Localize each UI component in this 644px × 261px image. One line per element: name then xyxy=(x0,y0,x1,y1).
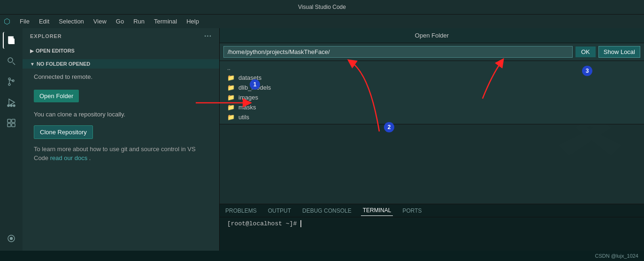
tab-output[interactable]: OUTPUT xyxy=(266,206,293,216)
tab-ports[interactable]: PORTS xyxy=(400,206,423,216)
svg-rect-15 xyxy=(12,123,15,127)
svg-rect-13 xyxy=(12,119,15,123)
content-area: Open Folder OK Show Local .. 📁 datasets … xyxy=(220,28,644,251)
open-folder-button[interactable]: Open Folder xyxy=(34,90,79,102)
file-item-utils[interactable]: 📁 utils xyxy=(223,112,640,122)
open-folder-dialog: Open Folder OK Show Local .. 📁 datasets … xyxy=(220,28,644,124)
folder-path-input[interactable] xyxy=(223,46,573,58)
menu-selection[interactable]: Selection xyxy=(55,16,87,27)
dialog-file-list: .. 📁 datasets 📁 dlib_models 📁 images 📁 m… xyxy=(220,61,644,124)
menu-bar: ⬡ File Edit Selection View Go Run Termin… xyxy=(0,14,644,28)
svg-point-11 xyxy=(13,105,15,107)
extensions-icon[interactable] xyxy=(3,115,20,131)
menu-file[interactable]: File xyxy=(16,16,33,27)
tab-problems[interactable]: PROBLEMS xyxy=(223,206,259,216)
svg-point-9 xyxy=(10,105,12,107)
dotdot-item[interactable]: .. xyxy=(223,63,640,73)
folder-icon: 📁 xyxy=(227,104,235,111)
folder-icon: 📁 xyxy=(227,94,235,101)
sidebar-header: EXPLORER ··· xyxy=(23,28,219,44)
read-docs-link[interactable]: read our docs xyxy=(50,154,88,161)
menu-run[interactable]: Run xyxy=(130,16,148,27)
menu-edit[interactable]: Edit xyxy=(35,16,53,27)
svg-point-4 xyxy=(8,84,10,85)
terminal-content[interactable]: [root@localhost ~]# xyxy=(220,217,644,251)
tab-terminal[interactable]: TERMINAL xyxy=(361,205,393,216)
status-text: CSDN @lujx_1024 xyxy=(595,253,639,259)
svg-point-1 xyxy=(8,58,13,62)
dialog-input-row: OK Show Local xyxy=(220,43,644,61)
svg-rect-12 xyxy=(8,119,11,123)
clone-repository-button[interactable]: Clone Repository xyxy=(34,125,93,139)
chevron-right-icon: ▶ xyxy=(30,48,34,54)
annotation-2: 2 xyxy=(384,122,394,132)
no-folder-section: ▼ NO FOLDER OPENED Connected to remote. … xyxy=(23,57,219,169)
svg-point-10 xyxy=(8,105,9,107)
activity-bar xyxy=(0,28,23,251)
svg-point-3 xyxy=(8,78,10,80)
files-icon[interactable] xyxy=(3,32,20,49)
ellipsis-menu[interactable]: ··· xyxy=(204,32,212,40)
connected-text: Connected to remote. xyxy=(23,69,219,86)
no-folder-title[interactable]: ▼ NO FOLDER OPENED xyxy=(23,59,219,69)
status-bar: CSDN @lujx_1024 xyxy=(0,251,644,261)
folder-icon: 📁 xyxy=(227,84,235,91)
menu-terminal[interactable]: Terminal xyxy=(150,16,181,27)
dialog-title-bar: Open Folder xyxy=(220,28,644,43)
search-icon[interactable] xyxy=(3,53,20,69)
open-editors-title[interactable]: ▶ OPEN EDITORS xyxy=(23,46,219,55)
panel-tabs: PROBLEMS OUTPUT DEBUG CONSOLE TERMINAL P… xyxy=(220,204,644,217)
chevron-down-icon: ▼ xyxy=(30,61,35,67)
run-debug-icon[interactable] xyxy=(3,94,20,111)
menu-help[interactable]: Help xyxy=(183,16,203,27)
vscode-logo-icon: ⬡ xyxy=(4,17,10,26)
learn-text: To learn more about how to use git and s… xyxy=(23,141,219,167)
app-title: Visual Studio Code xyxy=(298,4,346,10)
panel: PROBLEMS OUTPUT DEBUG CONSOLE TERMINAL P… xyxy=(220,204,644,251)
file-item-masks[interactable]: 📁 masks xyxy=(223,102,640,112)
show-local-button[interactable]: Show Local xyxy=(598,46,640,58)
title-bar: Visual Studio Code xyxy=(0,0,644,14)
folder-icon: 📁 xyxy=(227,114,235,121)
tab-debug-console[interactable]: DEBUG CONSOLE xyxy=(300,206,353,216)
svg-line-2 xyxy=(13,62,15,65)
annotation-3: 3 xyxy=(582,66,592,76)
ok-button[interactable]: OK xyxy=(575,46,596,57)
open-editors-section: ▶ OPEN EDITORS xyxy=(23,44,219,57)
file-item-datasets[interactable]: 📁 datasets xyxy=(223,73,640,83)
source-control-icon[interactable] xyxy=(3,73,20,90)
menu-view[interactable]: View xyxy=(90,16,110,27)
svg-rect-14 xyxy=(8,123,11,127)
folder-icon: 📁 xyxy=(227,74,235,81)
file-item-images[interactable]: 📁 images xyxy=(223,92,640,102)
remote-icon[interactable] xyxy=(3,230,20,247)
svg-point-17 xyxy=(10,238,13,240)
clone-text: You can clone a repository locally. xyxy=(23,106,219,123)
file-item-dlib-models[interactable]: 📁 dlib_models xyxy=(223,83,640,92)
sidebar: EXPLORER ··· ▶ OPEN EDITORS ▼ NO FOLDER … xyxy=(23,28,220,251)
menu-go[interactable]: Go xyxy=(112,16,128,27)
